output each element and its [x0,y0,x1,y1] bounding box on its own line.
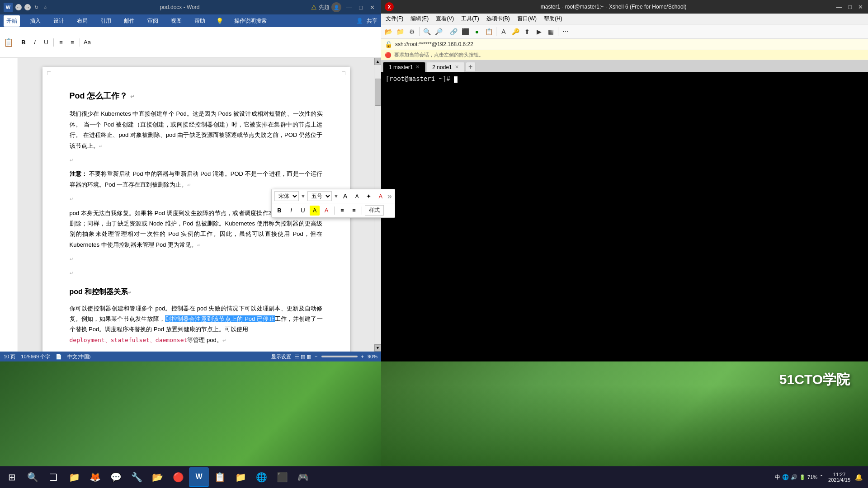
ribbon-tab-insert[interactable]: 插入 [27,15,43,27]
xshell-menu-options[interactable]: 选项卡(B) [484,14,513,23]
ribbon-tab-view[interactable]: 视图 [168,15,184,27]
toolbar-sep-4 [558,27,558,36]
clear-format-btn[interactable]: ✦ [364,191,374,201]
xshell-green-btn[interactable]: ● [472,26,482,37]
maximize-btn[interactable]: □ [356,3,365,12]
task-view-button[interactable]: ❑ [43,467,63,487]
style-btn[interactable]: Aa [82,38,92,47]
ribbon-tab-tips[interactable]: 操作说明搜索 [231,15,269,27]
xshell-tab-node1[interactable]: 2 node1 ✕ [426,62,464,72]
xshell-terminal[interactable]: [root@master1 ~]# [381,72,868,361]
share-label[interactable]: 共享 [367,17,377,25]
xshell-close-btn[interactable]: ✕ [855,3,866,11]
ribbon-tab-reference[interactable]: 引用 [98,15,114,27]
zoom-out-icon[interactable]: − [315,354,317,359]
xshell-zoom-in-btn[interactable]: 🔎 [433,26,444,37]
ft-style-btn[interactable]: 样式 [365,205,384,216]
xshell-settings-btn[interactable]: ⚙ [406,26,417,37]
ribbon-tab-design[interactable]: 设计 [51,15,67,27]
bold-btn[interactable]: B [19,38,28,47]
minimize-btn[interactable]: — [343,3,354,12]
xshell-address-bar: 🔒 ssh://root:******@192.168.0.6:22 [381,39,868,50]
paste-btn[interactable]: 📋 [4,38,14,47]
xshell-menu-edit[interactable]: 编辑(E) [408,14,431,23]
scroll-up-btn[interactable]: ▲ [374,58,382,65]
zoom-in-icon[interactable]: + [361,354,364,359]
ribbon-tab-help[interactable]: 帮助 [192,15,208,27]
xshell-connect-btn[interactable]: 🔗 [448,26,459,37]
font-color-btn[interactable]: A [376,191,386,201]
close-btn[interactable]: ✕ [367,3,377,12]
browser-icon[interactable]: 🌐 [251,467,271,487]
xshell-menu-view[interactable]: 查看(V) [433,14,457,23]
system-clock[interactable]: 11:27 2021/4/15 [826,472,853,483]
xshell-menu-window[interactable]: 窗口(W) [514,14,539,23]
xshell-key-btn[interactable]: 🔑 [510,26,521,37]
word-taskbar-icon[interactable]: W [189,467,209,487]
xshell-layout-btn[interactable]: ▦ [545,26,556,37]
app8-icon[interactable]: 📋 [210,467,230,487]
xshell-tab-master1-close[interactable]: ✕ [415,64,420,70]
app11-icon[interactable]: 🎮 [293,467,313,487]
xshell-transfer-btn[interactable]: ⬆ [522,26,533,37]
notification-btn[interactable]: 🔔 [855,474,863,481]
xshell-maximize-btn[interactable]: □ [845,3,854,11]
font-grow-btn[interactable]: A [340,191,350,201]
up-arrow-icon[interactable]: ⌃ [819,474,824,480]
font-size-select[interactable]: 五号 [307,191,332,201]
ribbon-tab-review[interactable]: 审阅 [145,15,161,27]
wechat-icon[interactable]: 💬 [106,467,126,487]
keyboard-layout-indicator[interactable]: 中 [775,474,780,481]
left-ruler [0,58,18,352]
ft-numbering-btn[interactable]: ≡ [349,206,359,216]
xshell-open-btn[interactable]: 📁 [395,26,406,37]
ft-italic-btn[interactable]: I [286,206,296,216]
xshell-minimize-btn[interactable]: — [833,3,844,11]
search-button[interactable]: 🔍 [23,467,42,487]
xshell-addr-text[interactable]: ssh://root:******@192.168.0.6:22 [395,41,473,47]
ft-bullets-btn[interactable]: ≡ [337,206,347,216]
xshell-menu-file[interactable]: 文件(F) [383,14,406,23]
ft-highlight-btn[interactable]: A [310,206,320,216]
xshell-toolbar: 📂 📁 ⚙ 🔍 🔎 🔗 ⬛ ● 📋 A 🔑 ⬆ ▶ ▦ ⋯ [381,24,868,39]
file-explorer-icon[interactable]: 📁 [64,467,84,487]
xshell-search-btn[interactable]: 🔍 [421,26,432,37]
xshell-copy-btn[interactable]: 📋 [483,26,494,37]
font-shrink-btn[interactable]: A [352,191,362,201]
xshell-logo: X [385,2,394,11]
scroll-thumb[interactable] [375,79,381,106]
align-left-btn[interactable]: ≡ [56,38,66,47]
app4-icon[interactable]: 🔧 [127,467,146,487]
xshell-disconnect-btn[interactable]: ⬛ [460,26,471,37]
ft-underline-btn[interactable]: U [298,206,308,216]
zoom-slider[interactable] [321,356,358,357]
xshell-menu-tools[interactable]: 工具(T) [458,14,481,23]
ft-bold-btn[interactable]: B [274,206,284,216]
xshell-new-btn[interactable]: 📂 [383,26,394,37]
align-center-btn[interactable]: ≡ [67,38,77,47]
scroll-down-btn[interactable]: ▼ [374,344,382,352]
app9-icon[interactable]: 📁 [231,467,250,487]
start-button[interactable]: ⊞ [2,467,22,487]
app5-icon[interactable]: 📂 [147,467,167,487]
xshell-more-btn[interactable]: ⋯ [560,26,571,37]
xshell-tab-master1[interactable]: 1 master1 ✕ [383,62,425,72]
xshell-sftp-btn[interactable]: A [498,26,509,37]
display-settings-btn[interactable]: 显示设置 [271,353,291,360]
italic-btn[interactable]: I [30,38,40,47]
ribbon-tab-open[interactable]: 开始 [4,15,20,27]
underline-btn[interactable]: U [41,38,51,47]
ft-fontcolor-btn[interactable]: A [321,206,331,216]
back-btn[interactable]: ← [15,4,22,10]
xshell-taskbar-icon[interactable]: ⬛ [272,467,292,487]
firefox-icon[interactable]: 🦊 [85,467,105,487]
ribbon-tab-layout[interactable]: 布局 [74,15,90,27]
forward-btn[interactable]: → [24,4,31,10]
xshell-tab-add-btn[interactable]: + [466,62,476,72]
xshell-menu-help[interactable]: 帮助(H) [541,14,565,23]
font-name-select[interactable]: 宋体 [274,191,299,201]
app6-icon[interactable]: 🔴 [168,467,188,487]
xshell-tab-node1-close[interactable]: ✕ [455,64,459,70]
xshell-script-btn[interactable]: ▶ [533,26,544,37]
ribbon-tab-mail[interactable]: 邮件 [121,15,137,27]
